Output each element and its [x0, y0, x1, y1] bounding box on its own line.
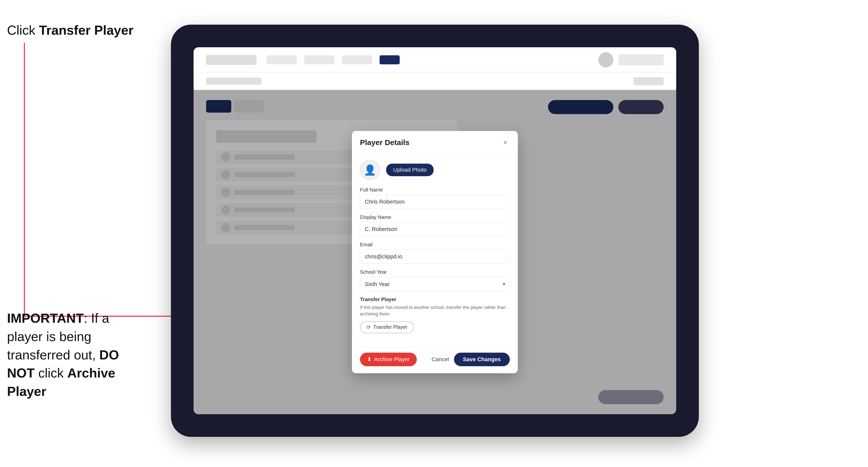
full-name-label: Full Name	[360, 187, 510, 193]
sub-header-right	[633, 77, 663, 85]
instruction-bold: Transfer Player	[39, 23, 133, 37]
breadcrumb	[206, 78, 261, 85]
modal-body: 👤 Upload Photo Full Name Display Name	[352, 153, 518, 347]
school-year-select-wrapper: First Year Second Year Third Year Fourth…	[360, 277, 510, 291]
archive-player-button[interactable]: ⬇ Archive Player	[360, 353, 417, 366]
modal-title: Player Details	[360, 138, 409, 147]
email-group: Email	[360, 242, 510, 264]
app-logo	[206, 55, 256, 65]
save-changes-button[interactable]: Save Changes	[454, 353, 510, 366]
photo-area: 👤 Upload Photo	[360, 160, 510, 180]
nav-item-schedule[interactable]	[342, 55, 372, 64]
school-year-group: School Year First Year Second Year Third…	[360, 269, 510, 291]
display-name-input[interactable]	[360, 222, 510, 236]
display-name-label: Display Name	[360, 214, 510, 220]
player-details-modal: Player Details × 👤 Upload Photo	[352, 131, 518, 373]
main-content: Player Details × 👤 Upload Photo	[193, 90, 676, 414]
app-header	[193, 47, 676, 72]
tablet-device: Player Details × 👤 Upload Photo	[171, 25, 699, 437]
transfer-section-title: Transfer Player	[360, 297, 510, 302]
transfer-button-label: Transfer Player	[373, 324, 407, 330]
transfer-section-description: If this player has moved to another scho…	[360, 304, 510, 317]
header-avatar	[598, 52, 613, 67]
transfer-player-button[interactable]: ⟳ Transfer Player	[360, 321, 414, 333]
transfer-section: Transfer Player If this player has moved…	[360, 297, 510, 333]
modal-close-button[interactable]: ×	[501, 138, 510, 147]
warning-text2: click	[35, 366, 67, 380]
header-right	[598, 52, 663, 67]
instruction-prefix: Click	[7, 23, 39, 37]
school-year-label: School Year	[360, 269, 510, 275]
modal-overlay: Player Details × 👤 Upload Photo	[193, 90, 676, 414]
modal-header: Player Details ×	[352, 131, 518, 153]
nav-item-dashboard[interactable]	[267, 55, 297, 64]
school-year-select[interactable]: First Year Second Year Third Year Fourth…	[360, 277, 510, 291]
archive-icon: ⬇	[367, 356, 372, 363]
warning-important: IMPORTANT	[7, 311, 84, 325]
upload-photo-button[interactable]: Upload Photo	[386, 164, 434, 176]
sub-header	[193, 72, 676, 90]
nav-items	[267, 55, 588, 64]
photo-circle: 👤	[360, 160, 380, 180]
full-name-group: Full Name	[360, 187, 510, 209]
nav-item-teams[interactable]	[304, 55, 334, 64]
display-name-group: Display Name	[360, 214, 510, 236]
footer-right: Cancel Save Changes	[432, 353, 510, 366]
instruction-top: Click Transfer Player	[7, 23, 133, 38]
header-action-btn[interactable]	[618, 54, 663, 65]
archive-button-label: Archive Player	[374, 356, 410, 363]
modal-footer: ⬇ Archive Player Cancel Save Changes	[352, 347, 518, 373]
instruction-bottom: IMPORTANT: If a player is being transfer…	[7, 309, 148, 401]
tablet-screen: Player Details × 👤 Upload Photo	[193, 47, 676, 414]
email-input[interactable]	[360, 250, 510, 264]
arrow-vertical-line	[24, 43, 25, 317]
nav-item-roster[interactable]	[379, 55, 400, 64]
user-icon: 👤	[364, 164, 376, 176]
cancel-button[interactable]: Cancel	[432, 356, 449, 363]
email-label: Email	[360, 242, 510, 248]
transfer-icon: ⟳	[367, 324, 371, 330]
full-name-input[interactable]	[360, 195, 510, 209]
